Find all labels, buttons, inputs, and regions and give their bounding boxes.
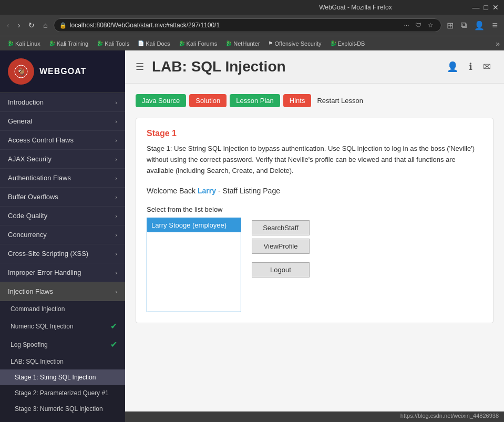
chevron-right-icon: › [115, 194, 117, 200]
exploit-db-icon: 🐉 [330, 40, 336, 46]
chevron-right-icon: › [115, 137, 117, 143]
browser-titlebar: WebGoat - Mozilla Firefox — □ ✕ [0, 0, 504, 15]
nethunter-icon: 🐉 [225, 40, 232, 46]
chevron-right-icon: › [115, 99, 117, 106]
page-title: LAB: SQL Injection [152, 58, 436, 75]
welcome-text: Welcome Back Larry - Staff Listing Page [147, 187, 280, 195]
sidebar-sub-stage3[interactable]: Stage 3: Numeric SQL Injection [0, 401, 125, 417]
staff-listbox[interactable]: Larry Stooge (employee) [147, 218, 241, 312]
user-icon-button[interactable]: 👤 [444, 58, 461, 75]
main-content: ☰ LAB: SQL Injection 👤 ℹ ✉ Java Source S… [125, 50, 504, 422]
close-button[interactable]: ✕ [492, 3, 499, 12]
sidebar-item-introduction[interactable]: Introduction › [0, 93, 125, 112]
completed-check-icon: ✔ [110, 321, 117, 331]
staff-list: Larry Stooge (employee) [147, 218, 241, 312]
view-profile-button[interactable]: ViewProfile [252, 239, 310, 254]
goat-logo-icon: 🐐 [13, 64, 29, 79]
sidebar-sub-lab-sql[interactable]: LAB: SQL Injection [0, 354, 125, 369]
kali-training-icon: 🐉 [49, 40, 55, 46]
sidebar-item-concurrency[interactable]: Concurrency › [0, 225, 125, 244]
more-options-button[interactable]: ··· [402, 20, 411, 30]
sidebar-header: 🐐 WEBGOAT [0, 50, 125, 93]
svg-text:🐐: 🐐 [17, 67, 26, 76]
chevron-right-icon: › [115, 118, 117, 125]
sidebar-sub-numeric-sql[interactable]: Numeric SQL Injection ✔ [0, 317, 125, 335]
mail-icon-button[interactable]: ✉ [480, 58, 493, 75]
bookmarks-more-button[interactable]: » [496, 39, 500, 48]
browser-toolbar: ‹ › ↻ ⌂ 🔒 ··· 🛡 ☆ ⊞ ⧉ 👤 ≡ [0, 15, 504, 36]
sidebar-item-code-quality[interactable]: Code Quality › [0, 207, 125, 225]
window-controls[interactable]: — □ ✕ [472, 3, 499, 12]
sidebar-item-buffer-overflows[interactable]: Buffer Overflows › [0, 188, 125, 207]
sidebar-item-error-handling[interactable]: Improper Error Handling › [0, 263, 125, 282]
home-button[interactable]: ⌂ [40, 19, 50, 31]
page-header: ☰ LAB: SQL Injection 👤 ℹ ✉ [125, 50, 504, 84]
synced-tabs-button[interactable]: ⧉ [459, 19, 469, 31]
sidebar-item-general[interactable]: General › [0, 112, 125, 131]
chevron-right-icon: › [115, 270, 117, 276]
webgoat-logo: 🐐 [8, 58, 34, 85]
bookmarks-bar: 🐉 Kali Linux 🐉 Kali Training 🐉 Kali Tool… [0, 36, 504, 50]
sidebar-item-ajax-security[interactable]: AJAX Security › [0, 150, 125, 169]
bookmark-nethunter[interactable]: 🐉 NetHunter [222, 39, 263, 48]
sidebar-navigation: Introduction › General › Access Control … [0, 93, 125, 422]
minimize-button[interactable]: — [472, 3, 480, 12]
sidebar-sub-stage1[interactable]: Stage 1: String SQL Injection [0, 369, 125, 385]
bookmark-kali-forums[interactable]: 🐉 Kali Forums [176, 39, 221, 48]
back-button[interactable]: ‹ [4, 19, 12, 31]
lesson-plan-button[interactable]: Lesson Plan [230, 94, 280, 107]
shield-button[interactable]: 🛡 [413, 20, 424, 30]
sidebar-sub-log-spoofing[interactable]: Log Spoofing ✔ [0, 335, 125, 354]
bookmark-kali-docs[interactable]: 📄 Kali Docs [135, 39, 173, 48]
menu-button[interactable]: ≡ [490, 19, 500, 32]
forward-button[interactable]: › [15, 19, 23, 31]
library-button[interactable]: ⊞ [445, 19, 456, 32]
sidebar: 🐐 WEBGOAT Introduction › General › Acces… [0, 50, 125, 422]
browser-title: WebGoat - Mozilla Firefox [239, 4, 472, 11]
account-button[interactable]: 👤 [472, 19, 487, 32]
maximize-button[interactable]: □ [484, 3, 488, 12]
sidebar-sub-stage2[interactable]: Stage 2: Parameterized Query #1 [0, 385, 125, 401]
restart-lesson-button[interactable]: Restart Lesson [314, 94, 365, 107]
sidebar-sub-command-injection[interactable]: Command Injection [0, 301, 125, 317]
address-bar-actions: ··· 🛡 ☆ [402, 20, 436, 30]
solution-button[interactable]: Solution [189, 94, 227, 107]
header-icons: 👤 ℹ ✉ [444, 58, 493, 75]
kali-docs-icon: 📄 [138, 40, 144, 46]
action-bar: Java Source Solution Lesson Plan Hints R… [136, 94, 493, 107]
bookmark-star-button[interactable]: ☆ [426, 20, 436, 30]
completed-check-icon: ✔ [110, 339, 117, 349]
refresh-button[interactable]: ↻ [26, 19, 37, 31]
logout-button[interactable]: Logout [252, 262, 310, 277]
info-icon-button[interactable]: ℹ [466, 58, 475, 75]
stage-title: Stage 1 [147, 129, 482, 138]
address-input[interactable] [70, 22, 399, 29]
bookmark-exploit-db[interactable]: 🐉 Exploit-DB [327, 39, 368, 48]
staff-listbox-item[interactable]: Larry Stooge (employee) [147, 218, 241, 232]
status-url: https://blog.csdn.net/weixin_44826938 [400, 413, 499, 419]
sidebar-sub-stage4[interactable]: Stage 4: Parameterized Query #2 [0, 417, 125, 422]
sidebar-item-auth-flaws[interactable]: Authentication Flaws › [0, 169, 125, 188]
kali-tools-icon: 🐉 [97, 40, 103, 46]
hamburger-button[interactable]: ☰ [136, 61, 144, 73]
chevron-right-icon: › [115, 156, 117, 162]
chevron-right-icon: › [115, 251, 117, 257]
java-source-button[interactable]: Java Source [136, 94, 186, 107]
select-label: Select from the list below [147, 205, 482, 213]
search-staff-button[interactable]: SearchStaff [252, 220, 310, 235]
sidebar-item-xss[interactable]: Cross-Site Scripting (XSS) › [0, 244, 125, 263]
bookmark-kali-training[interactable]: 🐉 Kali Training [46, 39, 92, 48]
sidebar-item-access-control[interactable]: Access Control Flaws › [0, 131, 125, 150]
bookmark-kali-tools[interactable]: 🐉 Kali Tools [94, 39, 132, 48]
bookmark-kali-linux[interactable]: 🐉 Kali Linux [4, 39, 44, 48]
kali-forums-icon: 🐉 [179, 40, 185, 46]
chevron-right-icon: › [115, 232, 117, 238]
lesson-card: Stage 1 Stage 1: Use String SQL Injectio… [136, 118, 493, 323]
welcome-section: Welcome Back Larry - Staff Listing Page [147, 187, 482, 195]
address-bar[interactable]: 🔒 ··· 🛡 ☆ [54, 18, 442, 32]
sidebar-logo-text: WEBGOAT [39, 67, 86, 76]
bookmark-offensive-security[interactable]: ⚑ Offensive Security [265, 39, 324, 48]
staff-panel: Larry Stooge (employee) SearchStaff View… [147, 218, 482, 312]
hints-button[interactable]: Hints [283, 94, 312, 107]
sidebar-item-injection-flaws[interactable]: Injection Flaws › [0, 282, 125, 301]
